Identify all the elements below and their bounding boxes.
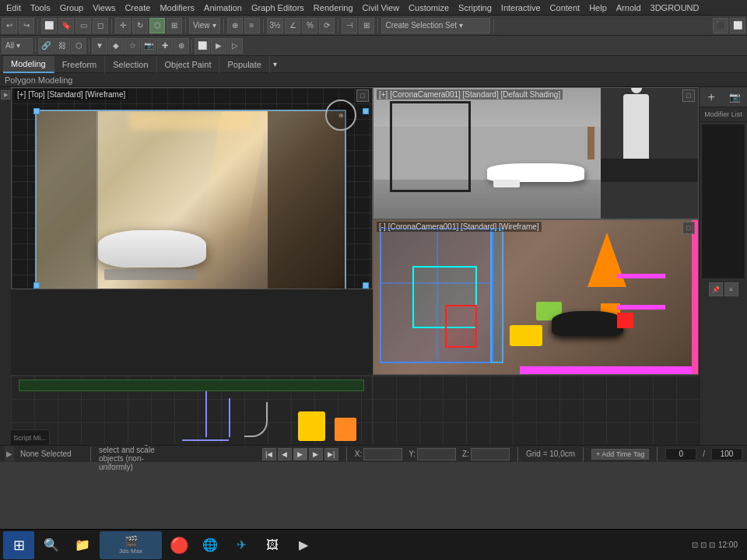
menu-item-edit[interactable]: Edit: [2, 2, 26, 13]
menu-item-customize[interactable]: Customize: [404, 2, 454, 13]
render-button[interactable]: ▶: [211, 38, 226, 54]
viewport-topleft[interactable]: [+] [Top] [Standard] [Wireframe]: [11, 87, 373, 289]
tab-modeling[interactable]: Modeling: [3, 56, 54, 73]
menu-item-interactive[interactable]: Interactive: [496, 2, 545, 13]
select-object-button[interactable]: ⬜: [41, 18, 57, 33]
cam-select-button[interactable]: 📷: [141, 38, 156, 54]
light-select-button[interactable]: ☆: [124, 38, 140, 54]
link-button[interactable]: 🔗: [38, 38, 54, 54]
menu-item-create[interactable]: Create: [120, 2, 155, 13]
menu-item-tools[interactable]: Tools: [26, 2, 55, 13]
menu-item-rendering[interactable]: Rendering: [309, 2, 358, 13]
menu-item-arnold[interactable]: Arnold: [612, 2, 646, 13]
toolbar-sep-4: [223, 19, 224, 33]
tab-freeform[interactable]: Freeform: [54, 56, 106, 73]
mirror-button[interactable]: ⊣: [342, 18, 357, 33]
go-to-start-btn[interactable]: |◀: [262, 448, 276, 460]
named-selection-dropdown[interactable]: Create Selection Set ▾: [381, 18, 490, 33]
video-button[interactable]: ▶: [289, 531, 317, 559]
timeline-bar: [19, 380, 364, 391]
geo-select-button[interactable]: ▼: [92, 38, 107, 54]
scale-button[interactable]: ⬡: [149, 18, 165, 33]
align-button[interactable]: ≡: [244, 18, 260, 33]
menu-item-group[interactable]: Group: [55, 2, 89, 13]
next-frame-btn[interactable]: ▶: [309, 448, 323, 460]
redo-button[interactable]: ↪: [19, 18, 34, 33]
3dsmax-taskbar-btn[interactable]: 🎬 3ds Max: [100, 531, 162, 559]
rect-select-button[interactable]: ▭: [75, 18, 91, 33]
rotate-button[interactable]: ↻: [132, 18, 148, 33]
unlink-button[interactable]: ⛓: [54, 38, 70, 54]
add-time-tag-btn[interactable]: + Add Time Tag: [591, 449, 649, 460]
menu-item-help[interactable]: Help: [584, 2, 612, 13]
add-time-icon: +: [596, 450, 600, 458]
timeline-vert-1: [205, 390, 207, 437]
array-button[interactable]: ⊞: [359, 18, 374, 33]
spinner-snap-button[interactable]: ⟳: [319, 18, 335, 33]
render-active-button[interactable]: ▷: [227, 38, 243, 54]
place-button[interactable]: ⊞: [167, 18, 182, 33]
left-strip-btn-1[interactable]: ▶: [1, 90, 10, 100]
menu-item-modifiers[interactable]: Modifiers: [155, 2, 199, 13]
play-btn[interactable]: ▶: [293, 448, 307, 460]
curve-editor-button[interactable]: ⬜: [730, 18, 745, 33]
frame-total-input[interactable]: [711, 448, 742, 460]
viewport-topright[interactable]: [+] [CoronaCamera001] [Standard] [Defaul…: [373, 87, 699, 219]
start-button[interactable]: ⊞: [3, 531, 34, 559]
toolbar-sep-7: [377, 19, 378, 33]
helper-select-button[interactable]: ✚: [157, 38, 173, 54]
viewport-bottomright[interactable]: [-] [CoronaCamera001] [Standard] [Wirefr…: [373, 219, 699, 375]
angle-snap-button[interactable]: ∠: [285, 18, 300, 33]
select-by-name-button[interactable]: 🔖: [58, 18, 74, 33]
corner-handle-bl: [33, 282, 40, 289]
menu-item-views[interactable]: Views: [88, 2, 120, 13]
pivot-button[interactable]: ⊕: [227, 18, 243, 33]
add-button[interactable]: +: [700, 87, 724, 107]
camera-button[interactable]: 📷: [724, 87, 748, 107]
menu-item-civil-view[interactable]: Civil View: [358, 2, 404, 13]
go-to-end-btn[interactable]: ▶|: [324, 448, 338, 460]
all-dropdown[interactable]: All ▾: [2, 38, 33, 54]
mod-pin-icon[interactable]: 📌: [709, 282, 723, 296]
menu-item-graph-editors[interactable]: Graph Editors: [247, 2, 309, 13]
x-input[interactable]: [363, 448, 402, 460]
z-input[interactable]: [471, 448, 510, 460]
tab-populate[interactable]: Populate: [219, 56, 269, 73]
tab-arrow-icon[interactable]: ▾: [273, 60, 277, 68]
frame-number-input[interactable]: [665, 448, 696, 460]
window-crossing-button[interactable]: ◻: [93, 18, 108, 33]
mod-stack-icon[interactable]: ≡: [724, 282, 738, 296]
named-selection-label: Create Selection Set: [385, 21, 457, 30]
browser-button[interactable]: 🌐: [196, 531, 224, 559]
vlc-button[interactable]: 🔴: [165, 531, 193, 559]
percent-snap-button[interactable]: %: [302, 18, 317, 33]
menu-item-3dground[interactable]: 3DGROUND: [646, 2, 704, 13]
undo-button[interactable]: ↩: [2, 18, 17, 33]
move-button[interactable]: ✛: [115, 18, 131, 33]
bind-button[interactable]: ⬡: [71, 38, 86, 54]
vp-bottomright-maximize-btn[interactable]: □: [682, 222, 695, 234]
tab-object-paint[interactable]: Object Paint: [157, 56, 220, 73]
menu-item-animation[interactable]: Animation: [199, 2, 247, 13]
search-button[interactable]: 🔍: [37, 531, 65, 559]
expand-left-btn[interactable]: ▶: [5, 446, 14, 462]
file-explorer-button[interactable]: 📁: [68, 531, 96, 559]
prev-frame-btn[interactable]: ◀: [278, 448, 292, 460]
menu-item-scripting[interactable]: Scripting: [454, 2, 496, 13]
add-time-label: Add Time Tag: [601, 450, 644, 458]
render-setup-button[interactable]: ⬜: [195, 38, 210, 54]
orange-arrow-shape: [587, 233, 626, 287]
preview-button[interactable]: 🖼: [258, 531, 286, 559]
reference-coord-dropdown[interactable]: View ▾: [189, 18, 220, 33]
menu-item-content[interactable]: Content: [545, 2, 585, 13]
spacewarp-select-button[interactable]: ⊕: [174, 38, 189, 54]
telegram-button[interactable]: ✈: [227, 531, 255, 559]
shape-select-button[interactable]: ◆: [108, 38, 124, 54]
object-properties-button[interactable]: ⬛: [713, 18, 728, 33]
tab-selection[interactable]: Selection: [105, 56, 156, 73]
vp-topright-maximize-btn[interactable]: □: [682, 89, 695, 102]
y-input[interactable]: [417, 448, 456, 460]
snap-toggle-button[interactable]: 3½: [267, 18, 284, 33]
tab-populate-label: Populate: [227, 60, 261, 69]
vp-maximize-btn[interactable]: □: [356, 89, 369, 102]
